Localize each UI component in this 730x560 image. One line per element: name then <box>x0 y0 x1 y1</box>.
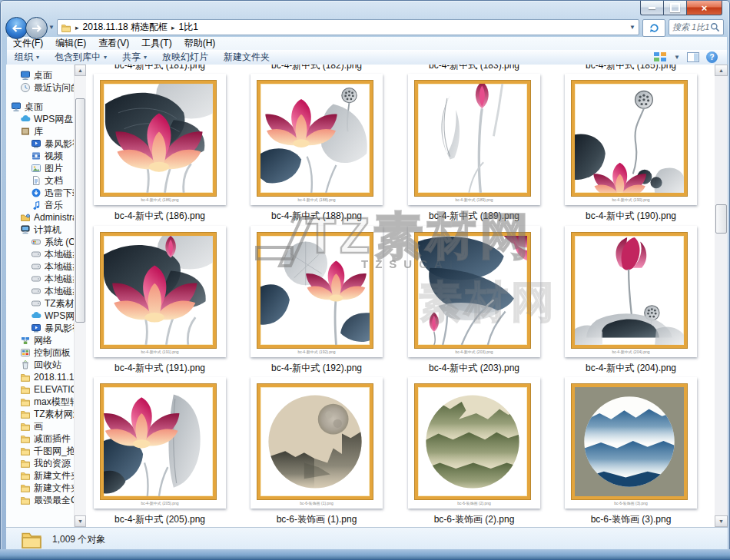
artwork-frame <box>257 81 373 196</box>
sidebar-item-label: 控制面板 <box>34 346 71 359</box>
slideshow-button[interactable]: 放映幻灯片 <box>154 51 216 64</box>
menu-edit[interactable]: 编辑(E) <box>49 37 92 50</box>
sidebar-item-label: 减面插件 <box>34 432 71 445</box>
back-arrow-icon <box>10 23 24 34</box>
file-item[interactable]: bc-4-新中式 (203).png bc-4-新中式 (203).png <box>396 226 552 375</box>
scr-icon <box>31 138 41 149</box>
close-button[interactable]: × <box>686 1 722 15</box>
command-bar: 组织 包含到库中 共享 放映幻灯片 新建文件夹 ▼ ? <box>7 50 727 65</box>
help-icon[interactable]: ? <box>706 51 718 63</box>
include-in-library-button[interactable]: 包含到库中 <box>47 51 114 64</box>
back-button[interactable] <box>5 17 28 39</box>
file-item[interactable]: bc-6-装饰画 (3).png bc-6-装饰画 (3).png <box>552 377 709 526</box>
menu-tools[interactable]: 工具(T) <box>135 37 178 50</box>
thumbnail-card: bc-4-新中式 (204).png <box>565 226 697 357</box>
file-name[interactable]: bc-4-新中式 (185).png <box>552 65 709 72</box>
thumbnail-card: bc-4-新中式 (191).png <box>94 226 226 357</box>
artwork-frame <box>415 384 530 499</box>
file-item[interactable]: bc-4-新中式 (190).png bc-4-新中式 (190).png <box>552 74 709 223</box>
fold-icon <box>20 458 31 469</box>
forward-button[interactable] <box>25 17 48 39</box>
file-item[interactable]: bc-6-装饰画 (2).png bc-6-装饰画 (2).png <box>396 377 552 526</box>
artwork-lotus-191 <box>104 236 213 345</box>
preview-pane-icon[interactable] <box>687 52 699 62</box>
history-dropdown-icon[interactable]: ▼ <box>48 24 55 31</box>
file-item[interactable]: bc-4-新中式 (191).png bc-4-新中式 (191).png <box>91 226 238 375</box>
share-button[interactable]: 共享 <box>114 51 154 64</box>
mon-icon <box>20 70 31 81</box>
menu-help[interactable]: 帮助(H) <box>178 37 222 50</box>
views-dropdown-icon[interactable]: ▼ <box>674 54 680 61</box>
file-name: bc-4-新中式 (186).png <box>91 210 238 223</box>
file-name[interactable]: bc-4-新中式 (182).png <box>238 65 395 72</box>
main-scrollbar[interactable]: ▲ ▼ <box>715 65 728 527</box>
menu-view[interactable]: 查看(V) <box>92 37 135 50</box>
sidebar-item-label: 视频 <box>45 150 63 162</box>
thumbnail-card: bc-6-装饰画 (2).png <box>408 377 540 509</box>
file-name: bc-4-新中式 (190).png <box>552 210 709 223</box>
file-name[interactable]: bc-4-新中式 (183).png <box>396 65 552 72</box>
refresh-button[interactable] <box>642 19 665 37</box>
organize-button[interactable]: 组织 <box>7 51 47 64</box>
file-item[interactable]: bc-6-装饰画 (1).png bc-6-装饰画 (1).png <box>238 377 395 526</box>
file-item[interactable]: bc-4-新中式 (205).png bc-4-新中式 (205).png <box>91 377 238 526</box>
artwork-lotus-205 <box>104 387 213 496</box>
search-box[interactable]: 搜索 1比1 <box>669 19 724 35</box>
note-icon <box>31 200 41 210</box>
thumbnail-caption: bc-4-新中式 (203).png <box>415 349 533 356</box>
scroll-down-icon[interactable]: ▼ <box>715 515 728 527</box>
item-count: 1,009 个对象 <box>52 533 105 546</box>
thumbnail-caption: bc-6-装饰画 (1).png <box>257 500 376 507</box>
file-item[interactable]: bc-4-新中式 (192).png bc-4-新中式 (192).png <box>238 226 395 375</box>
fold-icon <box>20 433 31 444</box>
main-scroll-thumb[interactable] <box>715 204 727 234</box>
artwork-circle-blue <box>575 387 684 496</box>
sidebar-scroll-thumb[interactable] <box>75 98 85 323</box>
sidebar-item-label: 画 <box>34 420 43 432</box>
artwork-frame <box>257 233 373 348</box>
file-name: bc-4-新中式 (205).png <box>91 513 238 526</box>
thumbnail-caption: bc-4-新中式 (189).png <box>415 197 533 204</box>
lib-icon <box>20 126 31 137</box>
file-name: bc-4-新中式 (188).png <box>238 210 395 223</box>
new-folder-button[interactable]: 新建文件夹 <box>216 51 277 64</box>
window-bottom-border <box>0 549 730 560</box>
artwork-frame <box>101 81 216 196</box>
thumbnail-caption: bc-4-新中式 (191).png <box>101 349 219 356</box>
sidebar-item-label: WPS网盘 <box>34 113 73 125</box>
sidebar-item-label: 网络 <box>34 334 52 346</box>
breadcrumb-current[interactable]: 1比1 <box>179 21 198 34</box>
file-item[interactable]: bc-4-新中式 (186).png bc-4-新中式 (186).png <box>91 74 238 223</box>
file-item[interactable]: bc-4-新中式 (188).png bc-4-新中式 (188).png <box>238 74 395 223</box>
file-name[interactable]: bc-4-新中式 (181).png <box>91 65 238 72</box>
thumbnail-caption: bc-4-新中式 (205).png <box>101 500 219 507</box>
mon-icon <box>11 101 22 112</box>
sidebar-item-label: 桌面 <box>34 69 52 81</box>
scroll-up-icon[interactable]: ▲ <box>715 65 728 76</box>
file-name: bc-6-装饰画 (2).png <box>396 513 552 526</box>
sidebar-scrollbar[interactable]: ▲ ▼ <box>74 65 86 527</box>
file-item[interactable]: bc-4-新中式 (189).png bc-4-新中式 (189).png <box>396 74 552 223</box>
scroll-up-icon[interactable]: ▲ <box>75 65 86 76</box>
file-name: bc-4-新中式 (204).png <box>552 362 709 375</box>
artwork-frame <box>572 233 687 348</box>
fold-icon <box>20 372 31 383</box>
file-item[interactable]: bc-4-新中式 (204).png bc-4-新中式 (204).png <box>552 226 709 375</box>
disk-icon <box>31 286 41 297</box>
refresh-icon <box>649 22 660 34</box>
sidebar-item-label: 图片 <box>45 162 63 174</box>
address-dropdown-icon[interactable]: ▼ <box>629 24 635 31</box>
search-input[interactable]: 搜索 1比1 <box>672 22 710 33</box>
diskc-icon <box>31 237 41 247</box>
sidebar-item-label: 库 <box>34 125 43 138</box>
minimize-button[interactable] <box>640 1 663 15</box>
window-controls: × <box>640 1 722 15</box>
views-icon[interactable] <box>654 52 667 62</box>
fold-icon <box>20 421 31 432</box>
file-list: bc-4-新中式 (181).png bc-4-新中式 (182).png bc… <box>91 65 715 527</box>
address-bar[interactable]: ▸ 2018.11.18 精选配框 ▸ 1比1 ▼ <box>57 19 639 35</box>
maximize-button[interactable] <box>663 1 686 15</box>
artwork-circle-moon <box>260 387 370 496</box>
breadcrumb-folder[interactable]: 2018.11.18 精选配框 <box>83 21 168 34</box>
scroll-down-icon[interactable]: ▼ <box>75 515 86 527</box>
